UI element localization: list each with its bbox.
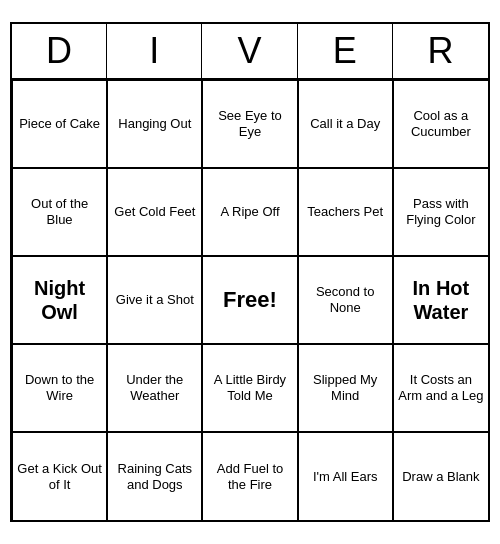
- bingo-cell-20: Get a Kick Out of It: [12, 432, 107, 520]
- bingo-cell-24: Draw a Blank: [393, 432, 488, 520]
- header-letter-r: R: [393, 24, 488, 78]
- bingo-cell-18: Slipped My Mind: [298, 344, 393, 432]
- header-letter-i: I: [107, 24, 202, 78]
- bingo-cell-14: In Hot Water: [393, 256, 488, 344]
- bingo-card: DIVER Piece of CakeHanging OutSee Eye to…: [10, 22, 490, 522]
- bingo-cell-23: I'm All Ears: [298, 432, 393, 520]
- bingo-cell-13: Second to None: [298, 256, 393, 344]
- header-letter-d: D: [12, 24, 107, 78]
- bingo-cell-3: Call it a Day: [298, 80, 393, 168]
- bingo-cell-16: Under the Weather: [107, 344, 202, 432]
- bingo-cell-7: A Ripe Off: [202, 168, 297, 256]
- bingo-cell-0: Piece of Cake: [12, 80, 107, 168]
- bingo-cell-22: Add Fuel to the Fire: [202, 432, 297, 520]
- bingo-cell-1: Hanging Out: [107, 80, 202, 168]
- bingo-cell-2: See Eye to Eye: [202, 80, 297, 168]
- bingo-cell-5: Out of the Blue: [12, 168, 107, 256]
- bingo-cell-19: It Costs an Arm and a Leg: [393, 344, 488, 432]
- bingo-cell-15: Down to the Wire: [12, 344, 107, 432]
- bingo-cell-4: Cool as a Cucumber: [393, 80, 488, 168]
- bingo-cell-17: A Little Birdy Told Me: [202, 344, 297, 432]
- bingo-cell-6: Get Cold Feet: [107, 168, 202, 256]
- header-letter-v: V: [202, 24, 297, 78]
- bingo-cell-8: Teachers Pet: [298, 168, 393, 256]
- bingo-grid: Piece of CakeHanging OutSee Eye to EyeCa…: [12, 80, 488, 520]
- bingo-cell-11: Give it a Shot: [107, 256, 202, 344]
- bingo-header: DIVER: [12, 24, 488, 80]
- header-letter-e: E: [298, 24, 393, 78]
- bingo-cell-10: Night Owl: [12, 256, 107, 344]
- bingo-cell-12: Free!: [202, 256, 297, 344]
- bingo-cell-21: Raining Cats and Dogs: [107, 432, 202, 520]
- bingo-cell-9: Pass with Flying Color: [393, 168, 488, 256]
